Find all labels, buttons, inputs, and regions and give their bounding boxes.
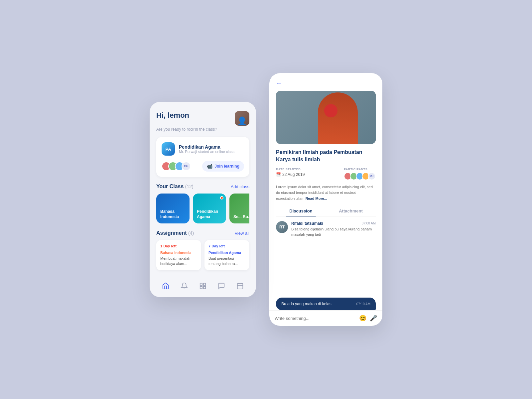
right-phone: ← Pemikiran Ilmiah pada Pembuatan Karya … [269,73,382,326]
live-class-card: PA Pendidikan Agama Mr. Porwaji started … [156,137,249,177]
message-content: Rifaldi tatsumaki 07:00 AM Bisa tolong d… [291,221,376,237]
nav-home[interactable] [161,281,170,291]
nav-list[interactable] [198,281,207,291]
your-class-section-header: Your Class (12) Add class [156,184,249,190]
participants-row: 15+ [162,162,191,171]
greeting-block: Hi, lemon [156,111,189,120]
message-time: 07:00 AM [362,221,376,225]
left-phone: Hi, lemon Are you ready to rock'in the c… [150,102,256,297]
svg-rect-2 [200,287,202,289]
class-card-title: Bahasa Indonesia [160,209,186,219]
assignment-section-header: Assignment (4) View all [156,230,249,236]
bottom-nav [156,277,249,291]
emoji-icon[interactable]: 😊 [359,315,366,322]
class-card-title: Se... Bu... [233,214,249,220]
calendar-icon: 📅 [276,172,281,177]
message-header: Rifaldi tatsumaki 07:00 AM [291,221,376,226]
tab-bar: Discussion Attachment [276,206,376,216]
date-col: DATE STARTED 📅 22 Aug 2019 [276,168,305,177]
add-class-button[interactable]: Add class [231,184,249,189]
message-input[interactable] [275,316,356,321]
assignment-cards-row: 1 Day left Bahasa Indonesia Membuat maka… [156,240,249,270]
date-text: 22 Aug 2019 [282,172,305,177]
assignment-card-2[interactable]: 7 Day left Pendidikan Agama Buat present… [204,240,249,270]
svg-rect-1 [203,283,205,285]
nav-calendar[interactable] [235,281,245,291]
my-message-time: 07:10 AM [356,302,370,306]
date-label: DATE STARTED [276,168,305,171]
your-class-label: Your Class [156,184,184,189]
read-more-button[interactable]: Read More... [306,197,327,200]
input-bar: 😊 🎤 [269,310,382,326]
message-row: RT Rifaldi tatsumaki 07:00 AM Bisa tolon… [276,221,376,237]
my-message-bubble: Bu ada yang makan di kelas 07:10 AM [276,298,376,310]
course-meta-row: DATE STARTED 📅 22 Aug 2019 PARTICIPANTS … [276,168,376,180]
deadline-label: 1 Day left [160,244,197,248]
class-title: Pendidikan Agama [179,144,234,150]
class-card-pendidikan[interactable]: Pendidikan Agama [193,194,226,223]
svg-rect-0 [200,283,202,285]
tab-discussion[interactable]: Discussion [276,206,326,216]
course-title: Pemikiran Ilmiah pada Pembuatan Karya tu… [276,149,376,164]
class-card-bahasa[interactable]: Bahasa Indonesia [156,194,190,223]
tab-attachment[interactable]: Attachment [326,206,376,216]
class-cards-row: Bahasa Indonesia Pendidikan Agama Se... … [156,194,249,223]
my-message-text: Bu ada yang makan di kelas [281,302,332,306]
assignment-title-group: Assignment (4) [156,230,194,236]
assignment-desc: Buat presentasi tentang bulan ra... [208,256,245,266]
video-thumbnail[interactable] [276,91,376,144]
nav-bell[interactable] [180,281,189,291]
class-card-other[interactable]: Se... Bu... [229,194,249,223]
your-class-count: (12) [185,184,194,189]
right-header: ← Pemikiran Ilmiah pada Pembuatan Karya … [269,73,382,221]
svg-rect-4 [237,284,243,289]
svg-rect-3 [203,287,205,289]
messages-list: RT Rifaldi tatsumaki 07:00 AM Bisa tolon… [269,221,382,298]
assignment-card-1[interactable]: 1 Day left Bahasa Indonesia Membuat maka… [156,240,201,270]
greeting-subtitle: Are you ready to rock'in the class? [156,127,249,132]
live-card-footer: 15+ 📹 Join learning [162,161,244,172]
assignment-desc: Membuat makalah budidaya alam... [160,256,197,266]
assignment-subject: Pendidikan Agama [208,251,245,255]
mic-icon[interactable]: 🎤 [370,315,377,322]
header-row: Hi, lemon [156,111,249,126]
your-class-title: Your Class (12) [156,184,194,190]
participant-count: 15+ [368,172,376,180]
class-icon: PA [162,142,175,156]
avatar[interactable] [235,111,249,126]
video-icon: 📹 [207,164,212,169]
message-author: Rifaldi tatsumaki [291,221,323,226]
course-description: Lorem ipsum dolor sit amet, consectetur … [276,184,376,202]
message-avatar: RT [276,221,288,233]
nav-chat[interactable] [217,281,226,291]
participant-count-badge: 15+ [182,162,191,171]
notification-dot [220,196,223,200]
live-card-header: PA Pendidikan Agama Mr. Porwaji started … [162,142,244,156]
back-button[interactable]: ← [276,80,282,87]
assignment-label: Assignment [156,230,187,236]
participants-meta: 15+ [344,172,376,180]
deadline-label: 7 Day left [208,244,245,248]
join-label: Join learning [214,164,239,169]
assignment-subject: Bahasa Indonesia [160,251,197,255]
date-value: 📅 22 Aug 2019 [276,172,305,177]
join-learning-button[interactable]: 📹 Join learning [202,161,244,172]
greeting-title: Hi, lemon [156,111,189,120]
class-info: Pendidikan Agama Mr. Porwaji started an … [179,144,234,154]
participants-col: PARTICIPANTS 15+ [344,168,376,180]
participants-label: PARTICIPANTS [344,168,376,171]
view-all-button[interactable]: View all [234,231,249,236]
message-text: Bisa tolong dijelasin ulang bu saya kura… [291,226,376,237]
assignment-count: (4) [188,230,194,236]
class-card-title: Pendidikan Agama [197,209,222,219]
class-subtitle: Mr. Porwaji started an online class [179,150,234,154]
